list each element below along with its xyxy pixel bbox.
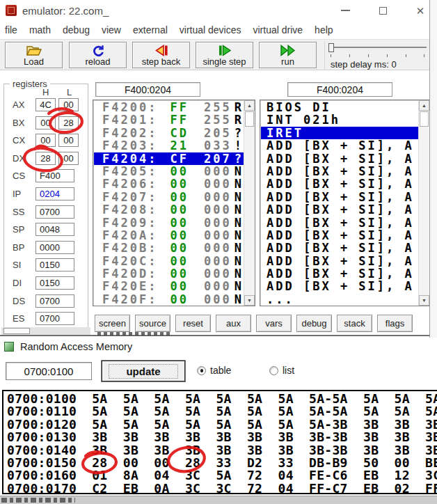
register-ss-field[interactable]: 0700 (35, 205, 74, 219)
hex-row[interactable]: F420A:00000NU (94, 229, 245, 242)
table-radio-icon[interactable] (197, 366, 206, 375)
disassembly-scrollbar[interactable]: ▲ ▼ (418, 100, 429, 306)
maximize-button[interactable] (372, 2, 394, 19)
list-radio-label: list (283, 365, 294, 376)
close-button[interactable]: ✕ (409, 2, 431, 19)
hex-value: 00 (170, 267, 188, 280)
disassembly-row[interactable]: ADD [BX + SI], A (261, 152, 418, 165)
register-bp-field[interactable]: 0000 (35, 241, 74, 254)
run-button[interactable]: run (259, 42, 317, 68)
register-ax-high-field[interactable]: 4C (35, 98, 56, 111)
panel-button-source[interactable]: source (135, 315, 170, 332)
step-back-button[interactable]: step back (132, 42, 190, 68)
taskbar-text-fragment (1, 498, 75, 503)
update-button[interactable]: update (102, 361, 185, 381)
menu-item-help[interactable]: help (315, 24, 333, 36)
register-si-field[interactable]: 0150 (35, 258, 74, 271)
disassembly-row[interactable]: ADD [BX + SI], A (261, 267, 418, 280)
disassembly-row[interactable]: ... (261, 293, 418, 306)
register-ax-low-field[interactable]: 00 (58, 98, 79, 111)
hex-row[interactable]: F420D:00000NU (94, 267, 245, 280)
disassembly-row[interactable]: ADD [BX + SI], A (261, 191, 418, 203)
scrollbar-thumb[interactable] (245, 111, 254, 127)
view-list-option[interactable]: list (269, 365, 294, 376)
hex-row[interactable]: F4203:21033! (94, 139, 245, 152)
register-cs-field[interactable]: F400 (35, 169, 74, 182)
register-ip-field[interactable]: 0204 (35, 187, 74, 200)
menu-item-virtual-devices[interactable]: virtual devices (180, 24, 241, 36)
panel-buttons-row: screensourceresetauxvarsdebugstackflags (95, 315, 413, 332)
menu-item-math[interactable]: math (29, 24, 51, 36)
list-radio-icon[interactable] (269, 366, 278, 375)
disassembly-row[interactable]: BIOS DI (261, 101, 418, 113)
hex-view-scrollbar[interactable]: ▲ ▼ (244, 100, 255, 306)
hex-row[interactable]: F4201:FF255RI (94, 113, 245, 126)
scroll-up-icon[interactable]: ▲ (244, 100, 255, 111)
hex-row[interactable]: F4207:00000NU (94, 191, 245, 203)
disassembly-address-input[interactable] (287, 82, 392, 97)
hex-row[interactable]: F4205:00000NU (94, 165, 245, 178)
register-cx-high-field[interactable]: 00 (35, 134, 56, 147)
panel-button-stack[interactable]: stack (337, 315, 372, 332)
disassembly-row[interactable]: ADD [BX + SI], A (261, 139, 418, 152)
register-dx-low-field[interactable]: 00 (58, 152, 79, 165)
menu-item-virtual-drive[interactable]: virtual drive (253, 24, 303, 36)
register-ds-field[interactable]: 0700 (35, 294, 74, 308)
hex-row[interactable]: F420E:00000NU (94, 280, 245, 292)
scrollbar-thumb[interactable] (420, 111, 429, 127)
step-delay-slider-thumb[interactable] (328, 43, 334, 52)
disassembly-row[interactable]: ADD [BX + SI], A (261, 242, 418, 254)
hex-decimal: 000 (204, 242, 232, 254)
hex-row[interactable]: F4206:00000NU (94, 178, 245, 190)
menu-item-view[interactable]: view (102, 24, 121, 36)
panel-button-debug[interactable]: debug (296, 315, 332, 332)
scroll-down-icon[interactable]: ▼ (419, 295, 429, 306)
panel-button-flags[interactable]: flags (377, 315, 413, 332)
disassembly-row[interactable]: ADD [BX + SI], A (261, 229, 418, 242)
disassembly-row[interactable]: ADD [BX + SI], A (261, 255, 418, 267)
register-dx-high-field[interactable]: 28 (35, 152, 56, 165)
hex-row[interactable]: F4209:00000NU (94, 216, 245, 229)
hex-row[interactable]: F4208:00000NU (94, 203, 245, 216)
disassembly-row[interactable]: ADD [BX + SI], A (261, 280, 418, 292)
minimize-button[interactable] (334, 2, 356, 19)
step-delay-slider-track[interactable] (329, 47, 427, 48)
load-button[interactable]: Load (5, 42, 63, 68)
hex-row[interactable]: F420C:00000NU (94, 255, 245, 267)
disassembly-row[interactable]: IRET (261, 127, 418, 139)
register-di-field[interactable]: 0150 (35, 276, 74, 290)
menu-item-external[interactable]: external (133, 24, 168, 36)
disassembly-row[interactable]: ADD [BX + SI], A (261, 216, 418, 229)
registers-hscrollbar-thumb[interactable] (3, 328, 30, 334)
run-icon (280, 45, 296, 56)
hex-row[interactable]: F4200:FF255RI (94, 101, 245, 113)
ram-address-input[interactable] (6, 362, 92, 380)
emulator-window: emulator: 22.com_ ✕ filemathdebugviewext… (0, 0, 429, 337)
register-sp-field[interactable]: 0048 (35, 223, 74, 236)
register-es-field[interactable]: 0700 (35, 312, 74, 325)
hex-row[interactable]: F4202:CD205? (94, 127, 245, 139)
disassembly-row[interactable]: ADD [BX + SI], A (261, 178, 418, 190)
menu-item-debug[interactable]: debug (63, 24, 90, 36)
scroll-down-icon[interactable]: ▼ (244, 295, 255, 306)
register-bx-low-field[interactable]: 28 (58, 116, 79, 129)
reload-button[interactable]: reload (69, 42, 127, 68)
single-step-button[interactable]: single step (196, 42, 253, 68)
scroll-up-icon[interactable]: ▲ (419, 100, 429, 111)
hex-row[interactable]: F420B:00000NU (94, 242, 245, 254)
panel-button-reset[interactable]: reset (175, 315, 211, 332)
panel-button-aux[interactable]: aux (216, 315, 251, 332)
register-bx-high-field[interactable]: 00 (35, 116, 56, 129)
hex-row[interactable]: F420F:00000NU (94, 293, 245, 306)
menu-item-file[interactable]: file (5, 24, 17, 36)
view-table-option[interactable]: table (197, 365, 231, 376)
hex-row[interactable]: F4204:CF207? (94, 152, 245, 165)
disassembly-row[interactable]: INT 021h (261, 113, 418, 126)
hex-value: FF (170, 113, 188, 126)
panel-button-vars[interactable]: vars (256, 315, 292, 332)
disassembly-row[interactable]: ADD [BX + SI], A (261, 203, 418, 216)
hex-view-address-input[interactable] (95, 82, 200, 97)
panel-button-screen[interactable]: screen (95, 315, 130, 332)
register-cx-low-field[interactable]: 00 (58, 134, 79, 147)
disassembly-row[interactable]: ADD [BX + SI], A (261, 165, 418, 178)
